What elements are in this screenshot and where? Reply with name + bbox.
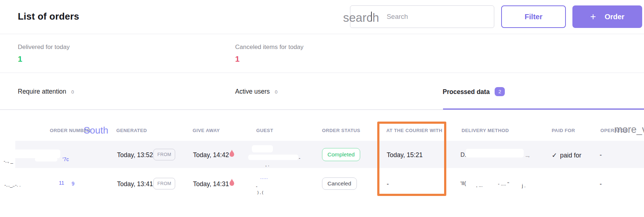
- paid-for-cell: ✓paid for: [552, 151, 581, 159]
- redacted-delivery-fragment: 'II(: [460, 180, 466, 186]
- redacted-guest-link-fragment: .....: [260, 175, 268, 180]
- redacted-order-number-link-fragment: 9: [72, 181, 75, 187]
- text-cursor-artifact: [371, 12, 372, 21]
- col-guest: Guest: [256, 128, 273, 133]
- active-tab-underline: [443, 108, 644, 110]
- redaction-blob: [35, 157, 57, 161]
- paid-for-label: paid for: [560, 152, 581, 159]
- redacted-guest-fragment: ) , (: [257, 190, 263, 195]
- redaction-blob: [248, 155, 298, 160]
- col-order-status: Order status: [322, 128, 360, 133]
- flame-icon: [229, 178, 235, 187]
- operator-cell: -: [600, 151, 602, 159]
- filter-button-label: Filter: [525, 13, 543, 21]
- redaction-blob: [12, 180, 47, 185]
- from-tag: FROM: [153, 149, 175, 160]
- redacted-order-number-link-fragment: '7c: [63, 156, 69, 162]
- tab-active-users-label: Active users: [235, 88, 270, 95]
- redaction-blob: [252, 145, 273, 152]
- courier-with-cell: Today, 15:21: [387, 151, 423, 159]
- give-away-cell: Today, 14:31: [193, 180, 229, 188]
- col-paid-for: Paid for: [552, 128, 575, 133]
- flame-icon: [229, 149, 235, 158]
- col-order-number: Order number: [50, 128, 90, 133]
- stat-canceled-label: Canceled items for today: [235, 44, 303, 51]
- status-badge: Canceled: [322, 177, 357, 190]
- tab-active-users-count: 0: [275, 89, 277, 95]
- tab-require-attention[interactable]: Require attention0: [18, 88, 74, 95]
- filter-button[interactable]: Filter: [501, 5, 566, 28]
- redacted-guest-fragment: , .: [265, 162, 269, 167]
- give-away-cell: Today, 14:42: [193, 151, 229, 159]
- col-delivery-method: Delivery method: [462, 128, 509, 133]
- plus-icon: +: [590, 12, 596, 22]
- redacted-delivery-fragment: j .: [522, 183, 526, 188]
- stat-delivered-label: Delivered for today: [18, 44, 70, 51]
- courier-with-cell: -: [387, 180, 389, 188]
- page-title: List of orders: [18, 11, 79, 22]
- stats-divider: [0, 73, 644, 73]
- redacted-order-number-link-fragment: 11: [59, 180, 64, 186]
- status-badge: Completed: [322, 148, 360, 161]
- tab-active-users[interactable]: Active users0: [235, 88, 278, 95]
- check-icon: ✓: [552, 152, 557, 159]
- redacted-guest-fragment: -: [256, 184, 257, 189]
- generated-cell: Today, 13:41: [117, 180, 153, 188]
- col-generated: Generated: [116, 128, 147, 133]
- stat-canceled-value: 1: [235, 54, 240, 64]
- header-divider: [0, 34, 644, 34]
- col-operator: Operator: [600, 128, 628, 133]
- orders-screen: List of orders Filter + Order Delivered …: [0, 0, 644, 217]
- from-tag: FROM: [153, 178, 175, 189]
- stat-delivered-value: 1: [18, 54, 22, 64]
- col-give-away: Give away: [193, 128, 220, 133]
- tab-require-attention-count: 0: [71, 89, 74, 95]
- add-order-button[interactable]: + Order: [572, 5, 642, 28]
- redaction-blob: [466, 149, 524, 157]
- tab-require-attention-label: Require attention: [18, 88, 66, 95]
- operator-cell: -: [600, 180, 602, 188]
- tab-processed-data-label: Processed data: [443, 88, 490, 95]
- redacted-delivery-fragment: ..,: [526, 152, 530, 158]
- redacted-delivery-fragment: - .... '': [498, 181, 509, 187]
- redacted-order-number-fragment: -.., _: [4, 158, 13, 164]
- redacted-delivery-fragment: , ...: [476, 183, 483, 188]
- redaction-blob: [7, 150, 60, 158]
- col-courier-with: At the courier with: [386, 128, 442, 133]
- tab-processed-data-badge: 2: [495, 87, 505, 96]
- generated-cell: Today, 13:52: [117, 151, 153, 159]
- redacted-guest-fragment: -: [299, 155, 300, 161]
- add-order-button-label: Order: [605, 13, 624, 21]
- tab-processed-data[interactable]: Processed data2: [443, 88, 505, 97]
